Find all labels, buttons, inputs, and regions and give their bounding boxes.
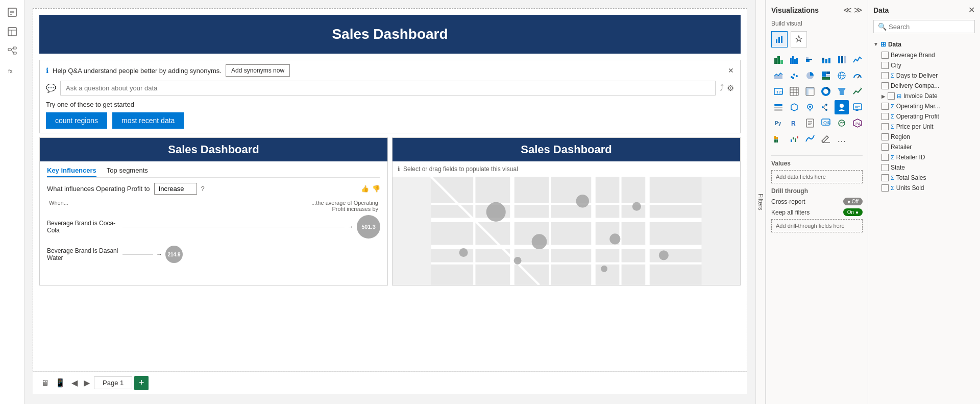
viz-icon-python[interactable]: Py xyxy=(771,116,786,130)
field-checkbox-days-to-deliver[interactable] xyxy=(881,72,889,79)
field-checkbox-price-per-unit[interactable] xyxy=(881,123,889,130)
viz-icon-decomp-tree[interactable] xyxy=(819,100,833,114)
viz-icon-more[interactable]: … xyxy=(835,132,849,146)
field-state[interactable]: State xyxy=(881,162,975,173)
viz-icon-shape-map[interactable] xyxy=(787,100,801,114)
page-1-tab[interactable]: Page 1 xyxy=(94,376,132,389)
viz-icon-100-stacked[interactable] xyxy=(835,53,849,67)
field-units-sold[interactable]: Σ Units Sold xyxy=(881,183,975,193)
field-total-sales[interactable]: Σ Total Sales xyxy=(881,173,975,183)
viz-icon-metrics[interactable] xyxy=(835,116,849,130)
invoice-date-expand[interactable]: ▶ xyxy=(881,93,886,99)
qa-close-icon[interactable]: ✕ xyxy=(728,66,734,75)
tablet-icon[interactable]: 📱 xyxy=(53,376,67,390)
field-retailer-id[interactable]: Σ Retailer ID xyxy=(881,152,975,162)
viz-icon-gauge[interactable] xyxy=(850,68,865,83)
viz-icon-ribbon[interactable] xyxy=(803,132,817,146)
viz-icon-clustered-bar[interactable] xyxy=(803,53,817,67)
viz-icon-table[interactable] xyxy=(787,84,801,99)
field-checkbox-invoice-date[interactable] xyxy=(888,92,895,100)
field-checkbox-city[interactable] xyxy=(881,62,889,69)
data-search-input[interactable] xyxy=(889,23,974,31)
viz-icon-azure-map[interactable] xyxy=(803,100,817,114)
viz-icon-area[interactable] xyxy=(771,68,786,83)
viz-icon-smart-narrative[interactable] xyxy=(850,100,865,114)
viz-icon-treemap[interactable] xyxy=(819,68,833,83)
viz-icon-stacked-column[interactable] xyxy=(819,53,833,67)
field-invoice-date[interactable]: ▶ ⊞ Invoice Date xyxy=(881,91,975,101)
tab-key-influencers[interactable]: Key influencers xyxy=(47,167,96,177)
viz-icon-key-influencers[interactable] xyxy=(835,100,849,114)
qa-input[interactable] xyxy=(60,81,716,96)
report-icon[interactable] xyxy=(4,4,20,20)
dax-view-icon[interactable]: fx xyxy=(4,62,20,79)
viz-icon-r-script[interactable]: R xyxy=(787,116,801,130)
viz-icon-stacked-bar[interactable] xyxy=(771,53,786,67)
field-delivery-company[interactable]: Delivery Compa... xyxy=(881,81,975,91)
viz-icon-waterfall[interactable] xyxy=(787,132,801,146)
keep-filters-toggle[interactable]: On ● xyxy=(843,208,863,216)
field-price-per-unit[interactable]: Σ Price per Unit xyxy=(881,122,975,132)
viz-mode-format-tab[interactable] xyxy=(791,31,807,47)
viz-expand-left-icon[interactable]: ≪ xyxy=(843,5,852,15)
viz-icon-eraser[interactable] xyxy=(819,132,833,146)
qa-chip-count-regions[interactable]: count regions xyxy=(46,112,107,129)
field-city[interactable]: City xyxy=(881,60,975,70)
field-days-to-deliver[interactable]: Σ Days to Deliver xyxy=(881,70,975,81)
ki-thumbsup-icon[interactable]: 👍 xyxy=(361,185,369,193)
field-region[interactable]: Region xyxy=(881,132,975,142)
field-checkbox-total-sales[interactable] xyxy=(881,174,889,181)
qa-settings-icon[interactable]: ⚙ xyxy=(727,83,734,93)
viz-icon-slicer[interactable] xyxy=(771,100,786,114)
ki-influence-dropdown[interactable]: Increase xyxy=(154,183,197,195)
units-sold-sigma: Σ xyxy=(891,185,894,191)
cross-report-toggle[interactable]: ● Off xyxy=(843,198,863,205)
viz-icon-paginated[interactable] xyxy=(803,116,817,130)
prev-page-icon[interactable]: ◀ xyxy=(69,376,80,390)
field-checkbox-operating-profit[interactable] xyxy=(881,113,889,120)
field-checkbox-delivery-company[interactable] xyxy=(881,82,889,89)
table-view-icon[interactable] xyxy=(4,23,20,40)
field-checkbox-retailer-id[interactable] xyxy=(881,154,889,161)
viz-icon-bar2[interactable] xyxy=(771,132,786,146)
viz-add-drill-fields[interactable]: Add drill-through fields here xyxy=(771,219,863,232)
field-beverage-brand[interactable]: Beverage Brand xyxy=(881,50,975,60)
add-synonyms-button[interactable]: Add synonyms now xyxy=(226,64,290,77)
viz-icon-map[interactable] xyxy=(835,68,849,83)
field-operating-profit[interactable]: Σ Operating Profit xyxy=(881,111,975,122)
field-checkbox-beverage-brand[interactable] xyxy=(881,52,889,59)
svg-point-28 xyxy=(532,234,547,249)
field-operating-margin[interactable]: Σ Operating Mar... xyxy=(881,101,975,111)
viz-icon-line-chart[interactable] xyxy=(850,53,865,67)
field-checkbox-state[interactable] xyxy=(881,164,889,171)
tab-top-segments[interactable]: Top segments xyxy=(107,167,148,177)
viz-icon-kpi[interactable] xyxy=(850,84,865,99)
data-tree-parent[interactable]: ▼ ⊞ Data xyxy=(873,38,975,50)
next-page-icon[interactable]: ▶ xyxy=(82,376,92,390)
viz-icon-card[interactable]: 123 xyxy=(771,84,786,99)
field-checkbox-units-sold[interactable] xyxy=(881,184,889,192)
viz-icon-donut[interactable] xyxy=(819,84,833,99)
monitor-icon[interactable]: 🖥 xyxy=(39,376,51,390)
add-page-button[interactable]: + xyxy=(134,376,149,390)
viz-icon-scatter[interactable] xyxy=(787,68,801,83)
viz-mode-chart-tab[interactable] xyxy=(771,31,788,47)
data-panel-close-icon[interactable]: ✕ xyxy=(968,5,975,15)
viz-icon-bar-chart[interactable] xyxy=(787,53,801,67)
ki-thumbsdown-icon[interactable]: 👎 xyxy=(372,185,380,193)
viz-icon-funnel[interactable] xyxy=(835,84,849,99)
model-view-icon[interactable] xyxy=(4,43,20,59)
qa-chip-most-recent[interactable]: most recent data xyxy=(112,112,184,129)
viz-icon-pie[interactable] xyxy=(803,68,817,83)
field-checkbox-retailer[interactable] xyxy=(881,144,889,151)
viz-icon-matrix[interactable] xyxy=(803,84,817,99)
field-retailer[interactable]: Retailer xyxy=(881,142,975,152)
viz-icon-qa[interactable]: Q&A xyxy=(819,116,833,130)
qa-share-icon[interactable]: ⤴ xyxy=(720,83,724,93)
filters-sidebar[interactable]: Filters xyxy=(755,0,766,404)
viz-add-data-fields[interactable]: Add data fields here xyxy=(771,170,863,183)
field-checkbox-region[interactable] xyxy=(881,133,889,140)
field-checkbox-operating-margin[interactable] xyxy=(881,103,889,110)
viz-icon-power-apps[interactable]: PA xyxy=(850,116,865,130)
viz-expand-right-icon[interactable]: ≫ xyxy=(854,5,863,15)
